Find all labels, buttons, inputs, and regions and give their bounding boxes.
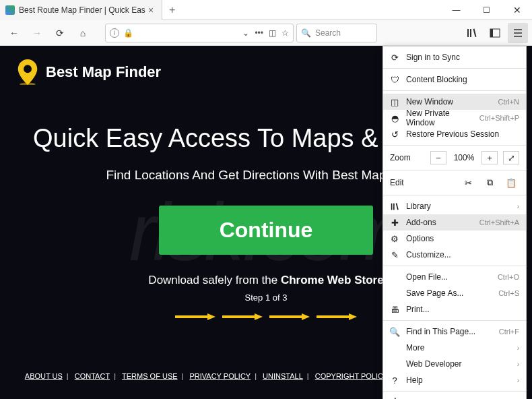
zoom-in-button[interactable]: +: [481, 151, 498, 164]
arrow-icon: [269, 313, 310, 320]
close-window-button[interactable]: ✕: [502, 0, 532, 20]
bookmark-star-icon[interactable]: ☆: [281, 28, 289, 38]
chevron-right-icon: ›: [517, 377, 519, 384]
menu-edit-row: Edit ✂ ⧉ 📋: [383, 173, 526, 192]
search-bar[interactable]: 🔍 Search: [296, 24, 377, 42]
menu-options[interactable]: ⚙ Options: [383, 231, 526, 247]
forward-button[interactable]: →: [27, 23, 47, 43]
menu-new-private[interactable]: ◓ New Private Window Ctrl+Shift+P: [383, 110, 526, 126]
zoom-out-button[interactable]: −: [430, 151, 446, 164]
arrow-icon: [175, 313, 215, 320]
paintbrush-icon: ✎: [390, 250, 399, 260]
browser-tab[interactable]: Best Route Map Finder | Quick Eas ×: [0, 0, 162, 20]
reader-icon[interactable]: ◫: [269, 28, 276, 38]
chevron-right-icon: ›: [517, 361, 519, 368]
reload-button[interactable]: ⟳: [50, 23, 70, 43]
shield-icon: 🛡: [390, 75, 399, 85]
tab-close-icon[interactable]: ×: [145, 5, 156, 16]
fullscreen-button[interactable]: ⤢: [503, 151, 519, 164]
tab-favicon: [5, 5, 15, 15]
zoom-value: 100%: [452, 153, 476, 162]
chevron-right-icon: ›: [517, 203, 519, 210]
titlebar: Best Route Map Finder | Quick Eas × + — …: [0, 0, 532, 20]
map-pin-icon: [18, 59, 38, 85]
paste-button[interactable]: 📋: [503, 176, 519, 189]
menu-addons[interactable]: ✚ Add-ons Ctrl+Shift+A: [383, 214, 526, 231]
mask-icon: ◓: [390, 113, 399, 123]
footer-link[interactable]: UNINSTALL: [263, 372, 303, 380]
window-icon: ◫: [390, 97, 399, 107]
footer-link[interactable]: CONTACT: [75, 372, 110, 380]
search-placeholder: Search: [315, 28, 341, 38]
tab-title: Best Route Map Finder | Quick Eas: [19, 5, 145, 15]
svg-point-3: [20, 82, 36, 85]
home-button[interactable]: ⌂: [73, 23, 93, 43]
svg-point-2: [24, 65, 32, 73]
menu-zoom-row: Zoom − 100% + ⤢: [383, 148, 526, 167]
chevron-right-icon: ›: [517, 344, 519, 352]
menu-more[interactable]: More ›: [383, 340, 526, 356]
menu-customize[interactable]: ✎ Customize...: [383, 247, 526, 263]
gear-icon: ⚙: [390, 234, 399, 244]
new-tab-button[interactable]: +: [162, 4, 182, 16]
hamburger-menu-button[interactable]: [508, 23, 528, 43]
search-icon: 🔍: [301, 28, 311, 38]
library-button[interactable]: [462, 23, 482, 43]
library-icon: [390, 202, 399, 211]
maximize-button[interactable]: ☐: [471, 0, 502, 20]
menu-new-window[interactable]: ◫ New Window Ctrl+N: [383, 94, 526, 110]
menu-content-blocking[interactable]: 🛡 Content Blocking: [383, 71, 526, 88]
footer-link[interactable]: PRIVACY POLICY: [189, 372, 251, 380]
cut-button[interactable]: ✂: [460, 176, 476, 189]
help-icon: ?: [390, 375, 399, 386]
more-icon[interactable]: •••: [255, 28, 263, 38]
continue-button[interactable]: Continue: [159, 206, 374, 255]
hamburger-menu: ⟳ Sign in to Sync 🛡 Content Blocking ◫ N…: [383, 46, 527, 399]
menu-exit[interactable]: ⏻ Exit Ctrl+Shift+Q: [383, 394, 526, 399]
puzzle-icon: ✚: [390, 218, 399, 228]
sidebar-button[interactable]: [485, 23, 505, 43]
footer-link[interactable]: COPYRIGHT POLICY: [315, 372, 389, 380]
menu-print[interactable]: 🖶 Print...: [383, 301, 526, 317]
arrow-icon: [222, 313, 263, 320]
menu-open-file[interactable]: Open File... Ctrl+O: [383, 269, 526, 285]
restore-icon: ↺: [390, 129, 399, 140]
dropdown-icon[interactable]: ⌄: [242, 28, 249, 38]
arrow-icon: [317, 313, 357, 320]
print-icon: 🖶: [390, 305, 399, 315]
search-icon: 🔍: [390, 327, 399, 337]
menu-sign-in[interactable]: ⟳ Sign in to Sync: [383, 49, 526, 65]
footer-link[interactable]: ABOUT US: [25, 372, 63, 380]
footer-link[interactable]: TERMS OF USE: [122, 372, 178, 380]
menu-find[interactable]: 🔍 Find in This Page... Ctrl+F: [383, 324, 526, 340]
logo-text: Best Map Finder: [46, 63, 161, 81]
site-info-icon[interactable]: i: [110, 28, 119, 38]
window-controls: — ☐ ✕: [441, 0, 532, 20]
sync-icon: ⟳: [390, 53, 399, 63]
url-bar[interactable]: i 🔒 ⌄ ••• ◫ ☆: [105, 24, 294, 42]
menu-help[interactable]: ? Help ›: [383, 372, 526, 388]
svg-rect-1: [490, 29, 493, 37]
menu-save-page[interactable]: Save Page As... Ctrl+S: [383, 285, 526, 301]
back-button[interactable]: ←: [4, 23, 24, 43]
lock-icon: 🔒: [123, 28, 133, 38]
menu-web-developer[interactable]: Web Developer ›: [383, 356, 526, 372]
minimize-button[interactable]: —: [441, 0, 471, 20]
menu-restore-session[interactable]: ↺ Restore Previous Session: [383, 126, 526, 142]
browser-toolbar: ← → ⟳ ⌂ i 🔒 ⌄ ••• ◫ ☆ 🔍 Search: [0, 20, 532, 46]
copy-button[interactable]: ⧉: [481, 176, 498, 189]
menu-library[interactable]: Library ›: [383, 198, 526, 214]
